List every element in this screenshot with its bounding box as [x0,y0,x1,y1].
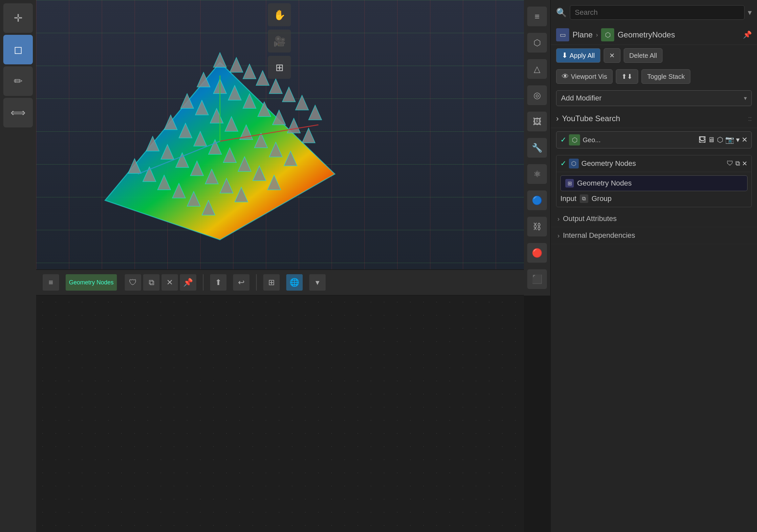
viewport-vis-btn[interactable]: 👁 Viewport Vis [556,69,613,84]
node-editor-header: ≡ Geometry Nodes 🛡 ⧉ ✕ 📌 ⬆ ↩ ⊞ 🌐 ▾ [36,269,524,296]
collapse-arrow: › [556,114,559,123]
select-tool[interactable]: ◻ [3,35,33,64]
frame-icon[interactable]: ⬡ [717,136,723,144]
group-icon: ⧉ [580,194,588,203]
camera-btn[interactable]: 🎥 [268,30,291,52]
apply-all-btn[interactable]: ⬇ Apply All [556,48,600,63]
viewport-vis-label: Viewport Vis [571,73,607,80]
toggle-stack-icon-btn[interactable]: ⬆⬇ [616,69,638,84]
output-attributes-row[interactable]: › Output Attributes [551,210,757,227]
svg-marker-8 [295,95,309,110]
geo-modifier-strip: ✓ ⬡ Geo... ⛾ 🖥 ⬡ 📷 ▾ ✕ [556,131,752,148]
close2-btn[interactable]: ✕ [742,160,747,168]
breadcrumb: ▭ Plane › ⬡ GeometryNodes 📌 [551,25,757,45]
more-icon[interactable]: ▾ [736,136,740,144]
left-toolbar: ✛ ◻ ✏ ⟺ [0,0,36,532]
layout-btn[interactable]: ⊞ [263,274,280,291]
svg-marker-3 [230,57,243,72]
undo-btn[interactable]: ↩ [233,274,250,291]
apply-delete-row: ⬇ Apply All ✕ Delete All [551,45,757,66]
mesh-icon[interactable]: △ [527,59,547,79]
check-icon[interactable]: ✓ [560,136,566,144]
svg-marker-16 [287,118,300,133]
copy2-icon[interactable]: ⧉ [735,160,740,168]
search-input[interactable] [570,5,744,20]
delete-all-btn[interactable]: Delete All [624,48,663,63]
measure-tool[interactable]: ⟺ [3,98,33,127]
output-attributes-label: Output Attributes [563,214,617,223]
cursor-tool[interactable]: ✛ [3,3,33,33]
geo-mod-short-name: Geo... [583,136,600,144]
internal-dependencies-row[interactable]: › Internal Dependencies [551,227,757,244]
toggle-stack-btn[interactable]: Toggle Stack [642,69,690,84]
group-field-label: Group [591,194,612,203]
annotate-tool[interactable]: ✏ [3,66,33,96]
add-modifier-label: Add Modifier [561,94,602,103]
vis-stack-row: 👁 Viewport Vis ⬆⬇ Toggle Stack [551,66,757,87]
svg-marker-2 [213,52,227,67]
viewport-3d[interactable]: ✋ 🎥 ⊞ [36,0,524,269]
geo-nodes-check[interactable]: ✓ [560,159,566,168]
breadcrumb-separator: › [596,32,598,38]
geo-mod-icon: ⬡ [569,134,580,145]
grid-btn[interactable]: ⊞ [268,56,291,79]
copy-icon[interactable]: ⧉ [143,274,160,291]
dropdown-chevron: ▾ [744,95,747,102]
object-icon[interactable]: ⬡ [527,33,547,52]
svg-marker-6 [269,79,282,94]
constraints-icon[interactable]: ⛓ [527,217,547,236]
geo-nodes-icon: ⬡ [569,159,579,169]
add-modifier-dropdown[interactable]: Add Modifier ▾ [556,90,752,106]
geometry-nodes-label: Geometry Nodes [69,279,113,286]
workspace-selector[interactable]: ≡ [43,274,59,291]
3d-object [89,10,351,246]
pin-btn[interactable]: 📌 [180,274,196,291]
input-field-label: Input [560,194,576,203]
hand-tool-btn[interactable]: ✋ [268,3,291,26]
connections [36,296,524,532]
geonodes-breadcrumb-icon: ⬡ [601,28,614,41]
up-arrow-btn[interactable]: ⬆ [210,274,227,291]
svg-marker-4 [243,64,256,79]
delete-all-close-btn[interactable]: ✕ [604,48,621,63]
youtube-search-section: › YouTube Search :: [551,110,757,128]
pin-right-icon[interactable]: 📌 [743,31,752,39]
geometry-nodes-tab[interactable]: Geometry Nodes [66,274,117,291]
close-node-editor-btn[interactable]: ✕ [162,274,178,291]
svg-marker-17 [302,128,315,143]
node-editor-canvas[interactable]: ▾ Group Input Geometry Input ▾ Multiply … [36,296,524,532]
particles-icon[interactable]: ⚛ [527,164,547,184]
plane-icon: ▭ [556,28,569,41]
viewport-tools: ✋ 🎥 ⊞ [268,3,291,79]
render-icon[interactable]: 🖥 [708,136,715,144]
properties-panel: 🔍 ▾ ▭ Plane › ⬡ GeometryNodes 📌 ⬇ Apply … [550,0,757,532]
plane-label: Plane [572,30,592,39]
material-icon[interactable]: ◎ [527,85,547,105]
search-icon: 🔍 [556,8,567,18]
geo-mod-close-btn[interactable]: ✕ [742,136,747,144]
settings-dropdown-btn[interactable]: ▾ [309,274,326,291]
youtube-search-label: YouTube Search [562,114,620,123]
internal-dependencies-label: Internal Dependencies [563,231,635,240]
object-data-icon[interactable]: 🔴 [527,243,547,263]
search-row: 🔍 ▾ [551,0,757,25]
toggle-stack-label: Toggle Stack [647,73,685,80]
camera2-icon[interactable]: 📷 [725,136,734,144]
properties-icon[interactable]: ≡ [527,7,547,26]
youtube-search-header[interactable]: › YouTube Search :: [556,114,752,123]
globe-btn[interactable]: 🌐 [286,274,303,291]
modifier-wrench-icon[interactable]: 🔧 [527,138,547,158]
geonodes-breadcrumb-label: GeometryNodes [618,30,675,39]
svg-marker-9 [309,105,322,120]
geo-nodes-section-label: Geometry Nodes [581,159,636,168]
drag-handle-icon: :: [748,115,752,122]
funnel-icon[interactable]: ⛾ [699,136,706,144]
geo-mod-name-icon: ⊞ [565,179,574,188]
physics-icon[interactable]: 🔵 [527,190,547,210]
scene-icon[interactable]: 🖼 [527,112,547,131]
search-dropdown-icon[interactable]: ▾ [748,8,752,17]
shield2-icon[interactable]: 🛡 [727,160,733,168]
geo-nodes-section: ✓ ⬡ Geometry Nodes 🛡 ⧉ ✕ ⊞ Geometry Node… [556,155,752,207]
shield-icon[interactable]: 🛡 [125,274,141,291]
world-icon[interactable]: ⬛ [527,269,547,289]
